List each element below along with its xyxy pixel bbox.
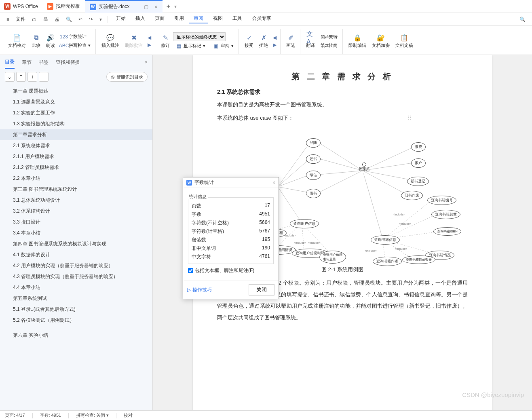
toc-item[interactable]: 第五章系统测试 (0, 293, 152, 304)
add-button[interactable]: + (27, 72, 37, 82)
accept-button[interactable]: ✓接受 (242, 29, 256, 54)
include-label: «include» (399, 222, 411, 225)
menu-tools[interactable]: 工具 (228, 15, 247, 23)
tab-template[interactable]: ▶ 找稻壳模板 (42, 0, 85, 13)
svg-line-1 (278, 158, 310, 187)
tab-add-dropdown[interactable]: ▾ (174, 4, 177, 9)
save-icon[interactable]: 🖶 (41, 15, 51, 24)
status-spell[interactable]: 拼写检查: 关闭 ▾ (76, 412, 109, 418)
toc-item[interactable]: 1.3 实验报告的组织结构 (0, 118, 152, 129)
menu-start[interactable]: 开始 (111, 15, 131, 23)
toc-item[interactable]: 第三章 图书管理系统系统设计 (0, 184, 152, 195)
file-menu[interactable]: 文件 (13, 16, 28, 23)
sidebar-tab-chapter[interactable]: 章节 (22, 57, 32, 68)
smart-toc-button[interactable]: ◎智能识别目录 (106, 72, 148, 82)
sidebar-tab-bookmark[interactable]: 书签 (39, 57, 49, 68)
toc-item[interactable]: 2.1.1 用户模块需求 (0, 151, 152, 162)
next-comment-icon[interactable]: ▶ (146, 42, 152, 48)
remove-button[interactable]: − (39, 72, 49, 82)
expand-button[interactable]: ⌃ (16, 72, 26, 82)
sidebar-tab-find[interactable]: 查找和替换 (56, 57, 80, 68)
toc-item[interactable]: 4.2 用户模块的实现（侧重于服务器端的响应） (0, 260, 152, 271)
delete-comment-button[interactable]: ✖删除批注 (122, 29, 145, 54)
toc-item[interactable]: 第一章 课题概述 (0, 86, 152, 97)
sidebar-close-icon[interactable]: × (145, 59, 148, 65)
spellcheck-button[interactable]: ABC拼写检查▾ (58, 42, 93, 50)
menu-view[interactable]: 视图 (208, 15, 228, 23)
menu-icon[interactable]: ≡ (4, 15, 12, 24)
toc-item[interactable]: 1.2 实验的主要工作 (0, 108, 152, 118)
dropdown-icon[interactable]: ▾ (97, 15, 104, 24)
toc-item[interactable]: 3.3 接口设计 (0, 217, 152, 228)
redo-icon[interactable]: ↷ (87, 15, 95, 24)
tab-close-icon[interactable]: × (154, 4, 157, 10)
doc-structure-button[interactable]: 📋文档定稿 (393, 29, 416, 54)
drag-handle-icon[interactable]: ⠿ (407, 115, 412, 121)
toc-item[interactable]: 4.3 管理员模块的实现（侧重于服务器端的响应） (0, 271, 152, 282)
wordcount-button[interactable]: 123字数统计 (58, 33, 93, 41)
toc-item[interactable]: 第六章 实验小结 (0, 330, 152, 341)
paragraph: 本课题的目的是为高校开发一个图书管理系统。 (217, 99, 468, 111)
doc-compare-button[interactable]: 📄文档校对 (6, 29, 28, 54)
toc-item[interactable]: 5.2 各模块测试（用例测试） (0, 315, 152, 326)
print-icon[interactable]: 🖨 (52, 15, 62, 24)
prev-change-icon[interactable]: ◀ (271, 34, 278, 41)
toc-item[interactable]: 第二章需求分析 (0, 129, 152, 140)
menu-page[interactable]: 页面 (150, 15, 169, 23)
pen-button[interactable]: ✐画笔 (284, 29, 298, 54)
menu-member[interactable]: 会员专享 (247, 15, 276, 23)
compare-button[interactable]: ⧉比较 (29, 29, 43, 54)
tab-add-button[interactable]: + (163, 3, 174, 10)
tab-doc[interactable]: W 实验报告.docx ▢ × (85, 0, 163, 13)
status-words[interactable]: 字数: 4951 (40, 412, 61, 418)
encrypt-button[interactable]: 🔐文档加密 (369, 29, 392, 54)
tab-wps[interactable]: W WPS Office (0, 3, 42, 10)
dialog-close-icon[interactable]: × (272, 180, 275, 186)
reject-button[interactable]: ✗拒绝 (257, 29, 270, 54)
trad-simp-button[interactable]: 繁⇄转简 (318, 42, 340, 49)
dialog-close-button[interactable]: 关闭 (249, 284, 274, 295)
toc-item[interactable]: 2.2 本章小结 (0, 173, 152, 184)
folder-icon[interactable]: 🗀 (30, 15, 39, 24)
include-textbox-checkbox[interactable]: 包括文本框、脚注和尾注(F) (188, 264, 274, 277)
insert-comment-button[interactable]: 💬插入批注 (99, 29, 122, 54)
revise-button[interactable]: ✎修订 (158, 29, 172, 54)
translate-button[interactable]: 文A翻译 (304, 29, 317, 54)
status-proof[interactable]: 校对 (124, 412, 133, 418)
menu-insert[interactable]: 插入 (131, 15, 150, 23)
prev-comment-icon[interactable]: ◀ (146, 34, 152, 41)
toc-item[interactable]: 4.1 数据库的设计 (0, 249, 152, 260)
toc-item[interactable]: 3.2 体系结构设计 (0, 206, 152, 217)
toc-item[interactable]: 第四章 图书管理系统系统的模块设计与实现 (0, 238, 152, 249)
restrict-edit-button[interactable]: 🔒限制编辑 (346, 29, 369, 54)
toc-item[interactable]: 5.1 登录..(或者其他启动方式) (0, 304, 152, 315)
revise-icon: ✎ (161, 34, 169, 42)
show-markup-button[interactable]: ▤显示标记▾ (173, 42, 208, 50)
read-button[interactable]: 🔊朗读 (44, 29, 57, 54)
menu-review[interactable]: 审阅 (189, 15, 208, 23)
toc-item[interactable]: 1.1 选题背景及意义 (0, 97, 152, 108)
tab-window-icon[interactable]: ▢ (144, 4, 148, 10)
simp-trad-button[interactable]: 简⇄繁转 (318, 33, 340, 41)
track-dropdown[interactable]: 显示标记的最终状态 (173, 32, 226, 41)
toc-item[interactable]: 2.1.2 管理员模块需求 (0, 162, 152, 173)
undo-icon[interactable]: ↶ (76, 15, 85, 24)
status-page[interactable]: 页面: 4/17 (5, 412, 25, 418)
preview-icon[interactable]: 🔍 (63, 15, 74, 24)
menu-ref[interactable]: 引用 (169, 15, 189, 23)
collapse-button[interactable]: ⌄ (5, 72, 15, 82)
paragraph: 本系统的总体 use case 图如下： (217, 112, 468, 124)
dialog-titlebar[interactable]: W 字数统计 × (183, 177, 279, 188)
toc-item[interactable] (0, 326, 152, 330)
toc-item[interactable]: 2.1 系统总体需求 (0, 140, 152, 151)
toc-list[interactable]: 第一章 课题概述1.1 选题背景及意义1.2 实验的主要工作1.3 实验报告的组… (0, 84, 152, 410)
toc-item[interactable]: 3.1 总体系统功能设计 (0, 195, 152, 206)
toc-item[interactable]: 3.4 本章小结 (0, 228, 152, 238)
next-change-icon[interactable]: ▶ (271, 42, 278, 48)
tips-link[interactable]: ▷操作技巧 (187, 287, 212, 293)
checkbox-input[interactable] (188, 268, 193, 273)
review-button[interactable]: ▣审阅▾ (210, 42, 236, 50)
search-icon[interactable]: 🔍 (517, 15, 528, 24)
sidebar-tab-toc[interactable]: 目录 (5, 56, 15, 69)
toc-item[interactable]: 4.4 本章小结 (0, 282, 152, 293)
